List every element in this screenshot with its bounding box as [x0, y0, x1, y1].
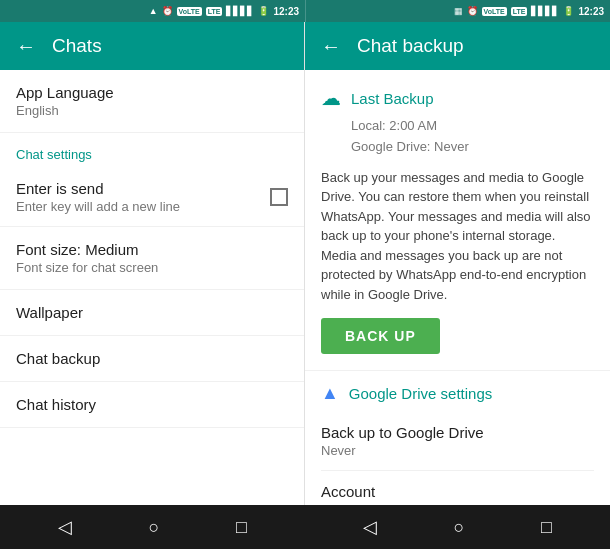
backup-button[interactable]: BACK UP	[321, 318, 440, 354]
gdrive-section-title: Google Drive settings	[349, 385, 492, 402]
sim-icon: ▲	[149, 6, 158, 16]
enter-is-send-subtitle: Enter key will add a new line	[16, 199, 180, 214]
app-language-title: App Language	[16, 84, 288, 101]
alarm-icon-right: ⏰	[467, 6, 478, 16]
enter-is-send-checkbox[interactable]	[270, 188, 288, 206]
signal-icon: ▋▋▋▋	[226, 6, 254, 16]
right-panel-title: Chat backup	[357, 35, 464, 57]
gdrive-frequency-subtitle: Never	[321, 443, 594, 458]
lte-badge-right: LTE	[511, 7, 528, 16]
enter-is-send-title: Enter is send	[16, 180, 180, 197]
gdrive-item-account[interactable]: Account None selected	[321, 471, 594, 505]
settings-item-app-language[interactable]: App Language English	[0, 70, 304, 133]
battery-icon: 🔋	[258, 6, 269, 16]
wallpaper-title: Wallpaper	[16, 304, 288, 321]
status-bar: ▲ ⏰ VoLTE LTE ▋▋▋▋ 🔋 12:23 ▦ ⏰ VoLTE LTE…	[0, 0, 610, 22]
chat-history-title: Chat history	[16, 396, 288, 413]
gdrive-backup-time: Google Drive: Never	[351, 137, 594, 158]
alarm-icon: ⏰	[162, 6, 173, 16]
backup-meta: Local: 2:00 AM Google Drive: Never	[351, 116, 594, 158]
nav-recent-right[interactable]: □	[541, 517, 552, 538]
nav-recent-left[interactable]: □	[236, 517, 247, 538]
settings-list: App Language English Chat settings Enter…	[0, 70, 304, 505]
last-backup-title: Last Backup	[351, 90, 434, 107]
right-panel: ← Chat backup ☁ Last Backup Local: 2:00 …	[305, 22, 610, 505]
volte-badge: VoLTE	[177, 7, 202, 16]
right-content: ☁ Last Backup Local: 2:00 AM Google Driv…	[305, 70, 610, 505]
time-left: 12:23	[273, 6, 299, 17]
left-back-button[interactable]: ←	[16, 35, 36, 58]
nav-home-left[interactable]: ○	[149, 517, 160, 538]
settings-item-font-size[interactable]: Font size: Medium Font size for chat scr…	[0, 227, 304, 290]
signal-icon-right: ▋▋▋▋	[531, 6, 559, 16]
last-backup-section: ☁ Last Backup Local: 2:00 AM Google Driv…	[305, 70, 610, 371]
left-panel-header: ← Chats	[0, 22, 304, 70]
settings-item-wallpaper[interactable]: Wallpaper	[0, 290, 304, 336]
nav-back-left[interactable]: ◁	[58, 516, 72, 538]
battery-icon-right: 🔋	[563, 6, 574, 16]
status-bar-right: ▦ ⏰ VoLTE LTE ▋▋▋▋ 🔋 12:23	[306, 6, 610, 17]
right-panel-header: ← Chat backup	[305, 22, 610, 70]
left-panel: ← Chats App Language English Chat settin…	[0, 22, 305, 505]
nav-back-right[interactable]: ◁	[363, 516, 377, 538]
left-panel-title: Chats	[52, 35, 102, 57]
gdrive-item-frequency[interactable]: Back up to Google Drive Never	[321, 412, 594, 471]
app-language-subtitle: English	[16, 103, 288, 118]
backup-description: Back up your messages and media to Googl…	[321, 168, 594, 305]
cloud-upload-icon: ☁	[321, 86, 341, 110]
right-back-button[interactable]: ←	[321, 35, 341, 58]
nav-bar: ◁ ○ □ ◁ ○ □	[0, 505, 610, 549]
nav-bar-right: ◁ ○ □	[305, 505, 610, 549]
chat-settings-section-label: Chat settings	[0, 133, 304, 168]
gdrive-settings-section: ▲ Google Drive settings Back up to Googl…	[305, 371, 610, 505]
last-backup-header: ☁ Last Backup	[321, 86, 594, 110]
gdrive-frequency-title: Back up to Google Drive	[321, 424, 594, 441]
volte-badge-right: VoLTE	[482, 7, 507, 16]
nav-home-right[interactable]: ○	[454, 517, 465, 538]
time-right: 12:23	[578, 6, 604, 17]
status-bar-left: ▲ ⏰ VoLTE LTE ▋▋▋▋ 🔋 12:23	[0, 6, 305, 17]
main-content: ← Chats App Language English Chat settin…	[0, 22, 610, 505]
settings-item-chat-backup[interactable]: Chat backup	[0, 336, 304, 382]
gdrive-header: ▲ Google Drive settings	[321, 383, 594, 404]
gdrive-account-title: Account	[321, 483, 594, 500]
gdrive-icon: ▲	[321, 383, 339, 404]
chat-backup-title: Chat backup	[16, 350, 288, 367]
local-backup-time: Local: 2:00 AM	[351, 116, 594, 137]
settings-item-chat-history[interactable]: Chat history	[0, 382, 304, 428]
notification-icon: ▦	[454, 6, 463, 16]
lte-badge: LTE	[206, 7, 223, 16]
font-size-title: Font size: Medium	[16, 241, 288, 258]
settings-item-enter-is-send[interactable]: Enter is send Enter key will add a new l…	[0, 168, 304, 227]
nav-bar-left: ◁ ○ □	[0, 505, 305, 549]
font-size-subtitle: Font size for chat screen	[16, 260, 288, 275]
enter-is-send-text: Enter is send Enter key will add a new l…	[16, 180, 180, 214]
